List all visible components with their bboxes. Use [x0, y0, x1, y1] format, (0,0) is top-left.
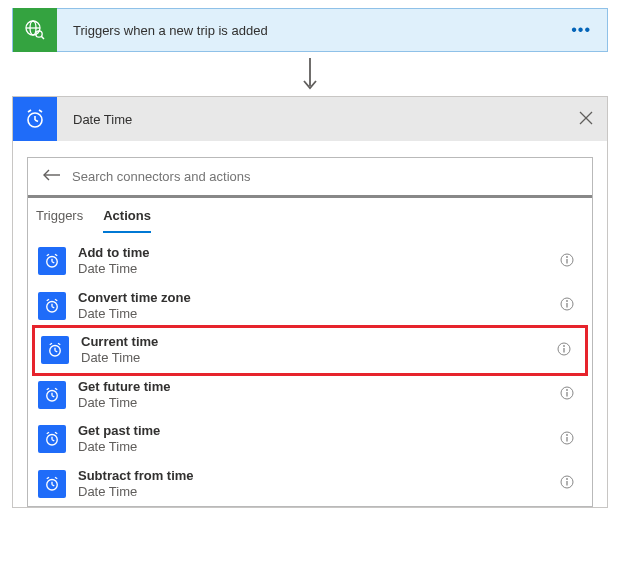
clock-icon — [38, 381, 66, 409]
picker-box: Triggers Actions Add to timeDate TimeCon… — [27, 157, 593, 507]
info-button[interactable] — [552, 253, 582, 270]
svg-line-41 — [47, 388, 49, 390]
list-item[interactable]: Get past timeDate Time — [32, 417, 588, 462]
item-title: Get future time — [78, 379, 552, 395]
item-text: Get past timeDate Time — [66, 423, 552, 456]
item-title: Add to time — [78, 245, 552, 261]
svg-line-32 — [55, 351, 57, 352]
svg-line-17 — [47, 255, 49, 257]
svg-line-25 — [47, 299, 49, 301]
trigger-connector-icon — [13, 8, 57, 52]
list-item[interactable]: Get future timeDate Time — [32, 373, 588, 418]
more-button[interactable]: ••• — [555, 21, 607, 39]
info-button[interactable] — [552, 431, 582, 448]
item-title: Get past time — [78, 423, 552, 439]
svg-line-42 — [55, 388, 57, 390]
svg-point-36 — [563, 345, 565, 347]
clock-icon — [38, 425, 66, 453]
clock-icon — [38, 247, 66, 275]
svg-line-24 — [52, 307, 54, 308]
action-body: Triggers Actions Add to timeDate TimeCon… — [13, 141, 607, 507]
svg-line-34 — [58, 344, 60, 346]
item-title: Convert time zone — [78, 290, 552, 306]
item-subtitle: Date Time — [78, 261, 552, 277]
info-button[interactable] — [552, 297, 582, 314]
item-title: Subtract from time — [78, 468, 552, 484]
tabs: Triggers Actions — [28, 198, 592, 233]
svg-point-28 — [566, 300, 568, 302]
back-button[interactable] — [36, 168, 68, 185]
info-button[interactable] — [552, 386, 582, 403]
list-item[interactable]: Subtract from timeDate Time — [32, 462, 588, 507]
svg-line-10 — [39, 110, 42, 112]
svg-point-44 — [566, 389, 568, 391]
item-subtitle: Date Time — [81, 350, 549, 366]
close-button[interactable] — [565, 111, 607, 128]
action-header: Date Time — [13, 97, 607, 141]
svg-line-49 — [47, 433, 49, 435]
clock-icon — [38, 470, 66, 498]
svg-line-56 — [52, 485, 54, 486]
item-subtitle: Date Time — [78, 306, 552, 322]
search-row — [28, 158, 592, 198]
svg-line-16 — [52, 262, 54, 263]
trigger-card[interactable]: Triggers when a new trip is added ••• — [12, 8, 608, 52]
item-text: Subtract from timeDate Time — [66, 468, 552, 501]
item-text: Current timeDate Time — [69, 334, 549, 367]
item-subtitle: Date Time — [78, 395, 552, 411]
svg-line-26 — [55, 299, 57, 301]
svg-line-40 — [52, 396, 54, 397]
svg-line-33 — [50, 344, 52, 346]
svg-line-9 — [28, 110, 31, 112]
svg-line-50 — [55, 433, 57, 435]
svg-line-57 — [47, 477, 49, 479]
svg-line-8 — [35, 120, 38, 122]
svg-point-20 — [566, 256, 568, 258]
clock-icon — [23, 107, 47, 131]
item-text: Convert time zoneDate Time — [66, 290, 552, 323]
item-subtitle: Date Time — [78, 439, 552, 455]
info-button[interactable] — [549, 342, 579, 359]
item-text: Add to timeDate Time — [66, 245, 552, 278]
arrow-down-icon — [301, 58, 319, 92]
action-connector-icon — [13, 97, 57, 141]
svg-line-4 — [41, 36, 44, 39]
globe-search-icon — [23, 18, 47, 42]
clock-icon — [38, 292, 66, 320]
clock-icon — [41, 336, 69, 364]
arrow-left-icon — [42, 168, 62, 182]
search-input[interactable] — [68, 169, 584, 184]
flow-arrow — [0, 52, 620, 96]
close-icon — [579, 111, 593, 125]
info-button[interactable] — [552, 475, 582, 492]
item-subtitle: Date Time — [78, 484, 552, 500]
svg-line-18 — [55, 255, 57, 257]
tab-triggers[interactable]: Triggers — [36, 208, 83, 233]
list-item[interactable]: Add to timeDate Time — [32, 239, 588, 284]
trigger-title: Triggers when a new trip is added — [57, 23, 555, 38]
svg-point-52 — [566, 434, 568, 436]
svg-line-48 — [52, 440, 54, 441]
action-card: Date Time Triggers — [12, 96, 608, 508]
item-title: Current time — [81, 334, 549, 350]
action-title: Date Time — [57, 112, 565, 127]
item-text: Get future timeDate Time — [66, 379, 552, 412]
tab-actions[interactable]: Actions — [103, 208, 151, 233]
svg-point-60 — [566, 478, 568, 480]
svg-line-58 — [55, 477, 57, 479]
list-item[interactable]: Convert time zoneDate Time — [32, 284, 588, 329]
list-item[interactable]: Current timeDate Time — [32, 325, 588, 376]
action-list: Add to timeDate TimeConvert time zoneDat… — [28, 233, 592, 506]
